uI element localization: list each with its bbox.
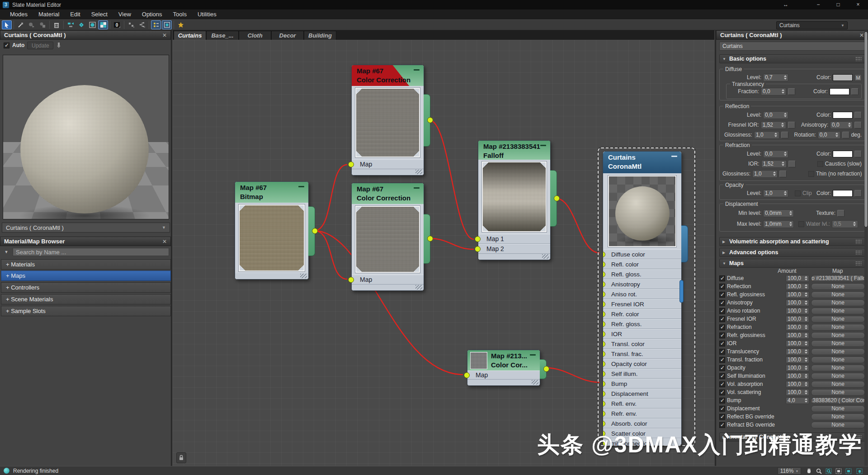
input-socket[interactable]	[603, 301, 605, 307]
input-slot-fresnel-ior[interactable]: Fresnel IOR	[603, 299, 681, 309]
browser-item-materials[interactable]: + Materials	[1, 259, 171, 270]
material-selector-combobox[interactable]: Curtains ▼	[776, 21, 848, 29]
input-socket[interactable]	[603, 252, 605, 257]
menu-select[interactable]: Select	[86, 10, 113, 19]
browser-item-maps[interactable]: + Maps	[1, 271, 171, 281]
hide-unused-nodeslots-icon[interactable]	[76, 20, 86, 29]
water-level-spinner[interactable]: 0,5	[832, 220, 858, 228]
rollout-basic-options[interactable]: ▼ Basic options	[719, 54, 865, 63]
map-slot-button[interactable]: None	[811, 405, 865, 412]
map-enable-checkbox[interactable]	[719, 398, 725, 404]
map-slot-button[interactable]: None	[811, 308, 865, 314]
diffuse-map-button[interactable]: M	[854, 74, 862, 81]
layout-mode-icon[interactable]	[126, 20, 136, 29]
map-slot-button[interactable]: None	[811, 381, 865, 388]
tab-building[interactable]: Building	[304, 31, 336, 40]
video-preview-icon[interactable]: 0	[112, 20, 122, 29]
node-color-correction-top[interactable]: Map #67 Color Correction Map	[351, 65, 424, 176]
amount-spinner[interactable]: 4,0	[786, 397, 809, 404]
map-slot-button[interactable]: None	[811, 299, 865, 306]
render-map-icon[interactable]	[176, 20, 186, 29]
input-socket[interactable]	[603, 281, 605, 287]
opacity-color-map-shortcut[interactable]	[854, 190, 862, 197]
lock-icon[interactable]	[176, 452, 186, 463]
output-tab[interactable]	[424, 214, 430, 264]
input-slot-refl-env[interactable]: Refl. env.	[603, 399, 681, 408]
input-socket[interactable]	[603, 311, 605, 317]
panel-scrollbar[interactable]	[864, 30, 868, 466]
menu-utilities[interactable]: Utilities	[192, 10, 222, 19]
input-slot-refr-env[interactable]: Refr. env.	[603, 408, 681, 418]
input-slot-map2[interactable]: Map 2	[478, 244, 550, 254]
node-bitmap[interactable]: Map #67 Bitmap	[235, 181, 309, 280]
input-slot-map1[interactable]: Map 1	[478, 234, 550, 244]
tab-decor[interactable]: Decor	[271, 31, 304, 40]
node-color-correction-mid[interactable]: Map #67 Color Correction Map	[351, 183, 424, 291]
map-enable-checkbox[interactable]	[719, 357, 725, 363]
input-socket[interactable]	[603, 321, 605, 327]
map-enable-checkbox[interactable]	[719, 324, 725, 330]
drag-grip-icon[interactable]	[855, 261, 862, 266]
anisotropy-spinner[interactable]: 0,0	[830, 121, 853, 129]
translucency-color-swatch[interactable]	[830, 88, 849, 95]
rollout-volumetric[interactable]: ▶ Volumetric absorption and scattering	[719, 237, 865, 246]
water-level-checkbox[interactable]	[798, 221, 804, 227]
glossiness-map-shortcut[interactable]	[781, 132, 788, 138]
map-enable-checkbox[interactable]	[719, 381, 725, 387]
amount-spinner[interactable]: 100,0	[786, 291, 809, 298]
output-socket[interactable]	[554, 195, 560, 201]
node-header[interactable]: Map #67 Color Correction	[352, 183, 424, 204]
map-slot-button[interactable]: None	[811, 373, 865, 380]
collapse-icon[interactable]	[298, 186, 304, 187]
collapse-icon[interactable]	[540, 145, 546, 146]
close-icon[interactable]: ✕	[162, 32, 167, 38]
rollout-advanced-options[interactable]: ▶ Advanced options	[719, 248, 865, 257]
node-header[interactable]: Map #213... Color Cor...	[467, 350, 540, 370]
amount-spinner[interactable]: 100,0	[786, 365, 809, 371]
refraction-glossiness-map-shortcut[interactable]	[779, 171, 787, 177]
show-checker-background-icon[interactable]	[98, 20, 108, 29]
collapse-icon[interactable]	[530, 354, 536, 356]
input-socket[interactable]	[603, 291, 605, 297]
output-tab[interactable]	[550, 170, 557, 227]
thin-checkbox[interactable]	[808, 171, 814, 177]
material-id-channel-icon[interactable]	[151, 20, 161, 29]
amount-spinner[interactable]: 100,0	[786, 373, 809, 380]
map-slot-button[interactable]: None	[811, 332, 865, 339]
select-tool-icon[interactable]	[2, 20, 12, 29]
input-slot-anisotropy[interactable]: Anisotropy	[603, 279, 681, 289]
node-corona-material[interactable]: Curtains CoronaMtl Diffuse color Refl. c…	[603, 151, 682, 445]
resize-grip[interactable]	[542, 254, 549, 259]
refraction-glossiness-spinner[interactable]: 1,0	[752, 170, 778, 178]
menu-material[interactable]: Material	[33, 10, 65, 19]
map-enable-checkbox[interactable]	[719, 316, 725, 322]
map-slot-button[interactable]: None	[811, 291, 865, 298]
amount-spinner[interactable]: 100,0	[786, 356, 809, 363]
map-slot-button[interactable]: None	[811, 340, 865, 347]
browser-options-icon[interactable]: ▼	[2, 248, 11, 256]
input-socket[interactable]	[475, 236, 481, 242]
map-enable-checkbox[interactable]	[719, 422, 725, 428]
resize-grip[interactable]	[415, 170, 422, 174]
refraction-color-map-shortcut[interactable]	[854, 151, 862, 157]
map-slot-button[interactable]: None	[811, 365, 865, 371]
minimize-button[interactable]: −	[808, 0, 828, 10]
input-socket[interactable]	[603, 411, 605, 417]
map-enable-checkbox[interactable]	[719, 308, 725, 314]
opacity-color-swatch[interactable]	[833, 190, 853, 197]
map-slot-button[interactable]: None	[811, 389, 865, 396]
input-socket[interactable]	[603, 361, 605, 367]
browser-item-controllers[interactable]: + Controllers	[1, 282, 171, 293]
reflection-level-spinner[interactable]: 0,0	[763, 111, 788, 119]
map-slot-button[interactable]: Map #2138383541 ( Falloff )	[811, 275, 865, 282]
parameters-panel-header[interactable]: Curtains ( CoronaMtl ) ✕	[716, 30, 868, 40]
input-socket[interactable]	[348, 162, 354, 167]
node-scrollbar[interactable]	[679, 280, 684, 303]
map-slot-button[interactable]: None	[811, 283, 865, 290]
reflection-color-swatch[interactable]	[833, 112, 853, 119]
displacement-min-spinner[interactable]: 0,0mm	[763, 209, 794, 217]
browser-panel-header[interactable]: Material/Map Browser ✕	[0, 237, 171, 246]
input-slot-absorb-color[interactable]: Absorb. color	[603, 418, 681, 428]
input-socket[interactable]	[475, 246, 481, 252]
arrange-children-icon[interactable]	[137, 20, 147, 29]
